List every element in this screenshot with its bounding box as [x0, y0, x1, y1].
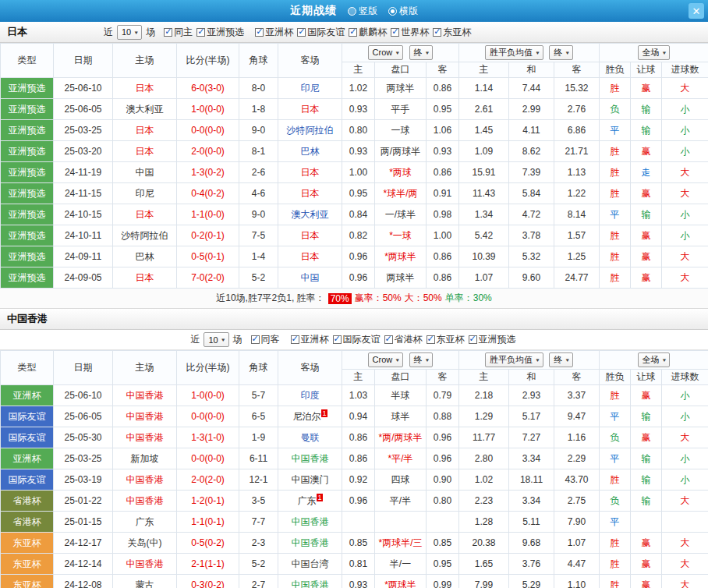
avg-odds-draw: 8.62 [509, 141, 554, 162]
filter-checkbox-东亚杯[interactable]: 东亚杯 [433, 26, 471, 39]
avg-odds-away: 7.90 [554, 512, 600, 533]
avg-odds-draw: 5.17 [509, 406, 554, 427]
home-team[interactable]: 中国香港 [113, 385, 177, 406]
col-corners: 角球 [239, 44, 278, 78]
radio-vertical-layout[interactable]: 竖版 [348, 5, 377, 18]
home-team[interactable]: 澳大利亚 [113, 99, 177, 120]
away-team[interactable]: 中国台湾 [278, 554, 342, 575]
match-date: 24-12-08 [54, 575, 113, 588]
radio-horizontal-layout[interactable]: 横版 [388, 5, 418, 18]
recent-count-select[interactable]: 10▼ [117, 25, 142, 40]
avg-odds-home: 1.45 [459, 120, 509, 141]
competition-type: 亚洲预选 [1, 183, 54, 204]
odds-state-select[interactable]: 终▼ [409, 352, 434, 367]
away-team[interactable]: 广东1 [278, 491, 342, 512]
checkbox-label: 省港杯 [395, 333, 423, 346]
checkbox-icon [251, 335, 260, 344]
home-team[interactable]: 日本 [113, 204, 177, 225]
away-team[interactable]: 印尼 [278, 78, 342, 99]
home-team[interactable]: 日本 [113, 120, 177, 141]
avg-odds-draw: 7.27 [509, 427, 554, 448]
filter-checkbox-东亚杯[interactable]: 东亚杯 [427, 333, 465, 346]
avg-odds-home: 7.99 [459, 575, 509, 588]
result-goals: 大 [662, 162, 708, 183]
filter-checkbox-亚洲杯[interactable]: 亚洲杯 [255, 26, 293, 39]
fulltime-select[interactable]: 全场▼ [638, 352, 671, 367]
match-date: 25-06-05 [54, 406, 113, 427]
handicap-line: *球半/两 [375, 183, 427, 204]
filter-checkbox-同主[interactable]: 同主 [164, 26, 193, 39]
odds-state-value: 终 [414, 354, 423, 366]
filter-checkbox-亚洲预选[interactable]: 亚洲预选 [469, 333, 516, 346]
home-team[interactable]: 蒙古 [113, 575, 177, 588]
filter-checkbox-世界杯[interactable]: 世界杯 [391, 26, 429, 39]
filter-checkbox-麒麟杯[interactable]: 麒麟杯 [349, 26, 387, 39]
away-team[interactable]: 沙特阿拉伯 [278, 120, 342, 141]
away-team[interactable]: 日本 [278, 162, 342, 183]
away-team[interactable]: 中国香港 [278, 512, 342, 533]
away-team[interactable]: 日本 [278, 246, 342, 267]
result-outcome: 平 [600, 448, 631, 469]
home-team[interactable]: 沙特阿拉伯 [113, 225, 177, 246]
away-team[interactable]: 中国香港 [278, 575, 342, 588]
dropdown-arrow-icon: ▼ [535, 358, 540, 363]
filter-checkbox-国际友谊[interactable]: 国际友谊 [297, 26, 345, 39]
filter-checkbox-亚洲预选[interactable]: 亚洲预选 [196, 26, 244, 39]
away-team[interactable]: 中国 [278, 267, 342, 289]
away-team[interactable]: 曼联 [278, 427, 342, 448]
avg-state-select[interactable]: 终▼ [549, 352, 573, 367]
home-team[interactable]: 中国香港 [113, 554, 177, 575]
recent-count-value: 10 [208, 335, 218, 345]
close-button[interactable]: ✕ [689, 3, 704, 19]
home-team[interactable]: 中国香港 [113, 427, 177, 448]
handicap-odds-away: 0.96 [427, 448, 459, 469]
checkbox-icon [333, 335, 342, 344]
match-row: 亚洲预选25-06-10日本6-0(3-0)8-0印尼1.02两球半0.861.… [1, 78, 708, 99]
home-team[interactable]: 日本 [113, 267, 177, 289]
home-team[interactable]: 日本 [113, 78, 177, 99]
fulltime-select[interactable]: 全场▼ [638, 45, 671, 60]
home-team[interactable]: 中国香港 [113, 469, 177, 491]
bookmaker-select[interactable]: Crow▼ [368, 352, 404, 367]
home-team[interactable]: 中国香港 [113, 406, 177, 427]
filter-checkbox-同客[interactable]: 同客 [251, 333, 280, 346]
recent-count-select[interactable]: 10▼ [204, 332, 228, 347]
away-team[interactable]: 尼泊尔1 [278, 406, 342, 427]
odds-state-select[interactable]: 终▼ [409, 45, 434, 60]
result-handicap: 赢 [631, 78, 662, 99]
result-handicap: 赢 [631, 554, 662, 575]
home-team[interactable]: 中国香港 [113, 491, 177, 512]
home-team[interactable]: 新加坡 [113, 448, 177, 469]
away-team[interactable]: 中国香港 [278, 533, 342, 554]
home-team[interactable]: 中国 [113, 162, 177, 183]
avg-select[interactable]: 胜平负均值▼ [485, 352, 543, 367]
dropdown-arrow-icon: ▼ [662, 51, 667, 55]
avg-state-select[interactable]: 终▼ [549, 45, 573, 60]
away-team[interactable]: 中国香港 [278, 448, 342, 469]
away-team[interactable]: 中国澳门 [278, 469, 342, 491]
summary-segment: 近10场,胜7平2负1, 胜率： [216, 292, 324, 305]
avg-select[interactable]: 胜平负均值▼ [485, 45, 543, 60]
home-team[interactable]: 印尼 [113, 183, 177, 204]
checkbox-label: 东亚杯 [437, 333, 465, 346]
home-team[interactable]: 日本 [113, 141, 177, 162]
away-team[interactable]: 巴林 [278, 141, 342, 162]
result-goals: 大 [662, 533, 708, 554]
hk-rows: 亚洲杯25-06-10中国香港1-0(0-0)5-7印度1.03半球0.792.… [1, 385, 708, 588]
home-team[interactable]: 巴林 [113, 246, 177, 267]
filter-checkbox-国际友谊[interactable]: 国际友谊 [333, 333, 381, 346]
handicap-odds-away: 0.98 [427, 204, 459, 225]
away-team[interactable]: 澳大利亚 [278, 204, 342, 225]
away-team[interactable]: 日本 [278, 99, 342, 120]
away-team[interactable]: 印度 [278, 385, 342, 406]
away-team[interactable]: 日本 [278, 225, 342, 246]
avg-odds-home: 1.09 [459, 141, 509, 162]
home-team[interactable]: 广东 [113, 512, 177, 533]
avg-odds-header: 胜平负均值▼ 终▼ [459, 44, 600, 62]
filter-checkbox-亚洲杯[interactable]: 亚洲杯 [291, 333, 329, 346]
bookmaker-select[interactable]: Crow▼ [368, 45, 404, 60]
home-team[interactable]: 关岛(中) [113, 533, 177, 554]
match-date: 25-05-30 [54, 427, 113, 448]
filter-checkbox-省港杯[interactable]: 省港杯 [384, 333, 423, 346]
away-team[interactable]: 日本 [278, 183, 342, 204]
